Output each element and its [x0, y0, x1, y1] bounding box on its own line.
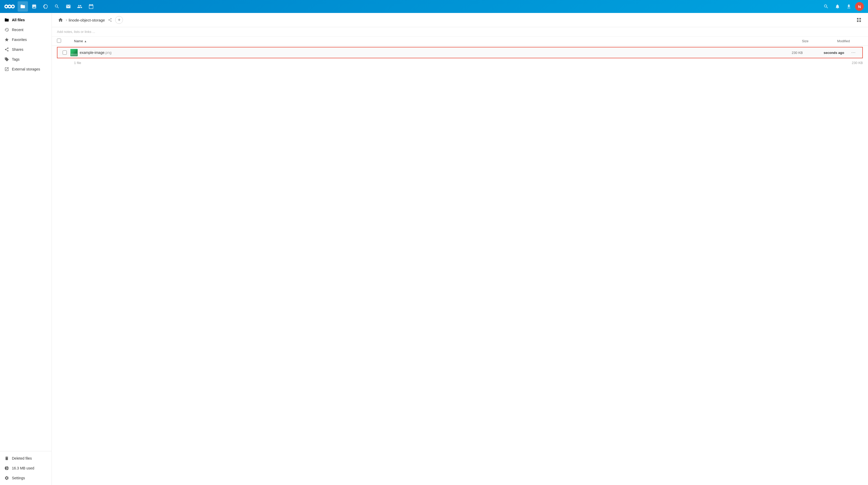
sidebar-item-favorites[interactable]: Favorites [0, 35, 52, 45]
topbar-downloads-btn[interactable] [844, 1, 854, 12]
file-table: Name ▲ Size Modified example-imag [52, 36, 868, 485]
sidebar-item-storage-used[interactable]: 16.3 MB used [0, 463, 52, 473]
sidebar-item-all-files[interactable]: All files [0, 15, 52, 25]
select-all-checkbox[interactable] [57, 38, 61, 43]
sidebar-item-tags[interactable]: Tags [0, 54, 52, 64]
sidebar-item-deleted-files[interactable]: Deleted files [0, 453, 52, 463]
nav-activity[interactable] [40, 1, 51, 12]
sidebar-item-deleted-files-label: Deleted files [12, 456, 32, 460]
sidebar-item-recent[interactable]: Recent [0, 25, 52, 35]
column-header-name[interactable]: Name ▲ [74, 39, 777, 43]
sidebar-item-favorites-label: Favorites [12, 37, 27, 42]
sidebar-nav: All files Recent Favorites [0, 15, 52, 451]
sidebar-item-shares-label: Shares [12, 48, 23, 52]
summary-file-count: 1 file [57, 61, 832, 65]
summary-row: 1 file 230 KB [52, 59, 868, 66]
sidebar-item-settings[interactable]: Settings [0, 473, 52, 483]
clock-icon [4, 27, 9, 32]
breadcrumb-separator: › [66, 18, 67, 22]
sidebar-item-storage-used-label: 16.3 MB used [12, 466, 34, 470]
sidebar-item-settings-label: Settings [12, 476, 25, 480]
sort-indicator: ▲ [84, 40, 87, 43]
gear-icon [4, 476, 9, 481]
nav-files[interactable] [18, 1, 28, 12]
table-row[interactable]: example-image.png 230 KB seconds ago ··· [57, 47, 863, 58]
column-header-size: Size [777, 39, 808, 43]
tag-icon [4, 57, 9, 62]
file-thumbnail [70, 49, 80, 56]
main-layout: All files Recent Favorites [0, 13, 868, 485]
file-thumb-image [70, 49, 78, 56]
content-area: › linode-object-storage + Add notes, lis… [52, 13, 868, 485]
sidebar-item-tags-label: Tags [12, 57, 20, 61]
file-actions: ··· [844, 49, 857, 56]
sidebar-item-external-storages[interactable]: External storages [0, 64, 52, 74]
topbar: N [0, 0, 868, 13]
breadcrumb-home-btn[interactable] [57, 16, 64, 24]
sidebar-item-recent-label: Recent [12, 28, 23, 32]
file-name: example-image.png [80, 51, 772, 55]
header-checkbox[interactable] [57, 38, 65, 44]
file-table-header: Name ▲ Size Modified [52, 36, 868, 46]
breadcrumb-share-btn[interactable] [106, 16, 114, 24]
svg-point-3 [5, 6, 7, 7]
share-icon [4, 47, 9, 52]
nav-photos[interactable] [29, 1, 39, 12]
sidebar-bottom: Deleted files 16.3 MB used Settings [0, 451, 52, 485]
file-modified: seconds ago [803, 51, 844, 55]
grid-view-btn[interactable] [855, 16, 863, 24]
folder-icon [4, 17, 9, 23]
nav-mail[interactable] [63, 1, 73, 12]
sidebar-item-all-files-label: All files [12, 18, 25, 22]
file-more-btn[interactable]: ··· [850, 49, 857, 56]
nav-calendar[interactable] [86, 1, 96, 12]
sidebar-item-external-storages-label: External storages [12, 67, 40, 71]
row-checkbox[interactable] [63, 51, 70, 55]
nextcloud-logo[interactable] [4, 3, 14, 10]
svg-point-4 [9, 6, 10, 7]
file-name-ext: .png [104, 51, 112, 55]
topbar-nav [18, 1, 821, 12]
sidebar-item-shares[interactable]: Shares [0, 45, 52, 54]
nav-contacts[interactable] [74, 1, 85, 12]
notes-area[interactable]: Add notes, lists or links ... [52, 27, 868, 36]
topbar-notifications-btn[interactable] [832, 1, 843, 12]
star-icon [4, 37, 9, 42]
summary-total-size: 230 KB [832, 61, 863, 65]
file-name-base: example-image [80, 51, 104, 55]
trash-icon [4, 456, 9, 461]
file-size: 230 KB [772, 51, 803, 55]
svg-point-5 [12, 6, 14, 7]
breadcrumb-current-folder: linode-object-storage [69, 18, 105, 22]
external-icon [4, 66, 9, 72]
nav-search[interactable] [52, 1, 62, 12]
topbar-right: N [821, 1, 864, 12]
breadcrumb-add-btn[interactable]: + [115, 16, 123, 24]
breadcrumb-bar: › linode-object-storage + [52, 13, 868, 27]
sidebar: All files Recent Favorites [0, 13, 52, 485]
topbar-search-btn[interactable] [821, 1, 831, 12]
file-checkbox[interactable] [63, 51, 67, 55]
column-header-modified: Modified [808, 39, 850, 43]
pie-icon [4, 465, 9, 471]
user-avatar[interactable]: N [855, 2, 864, 11]
